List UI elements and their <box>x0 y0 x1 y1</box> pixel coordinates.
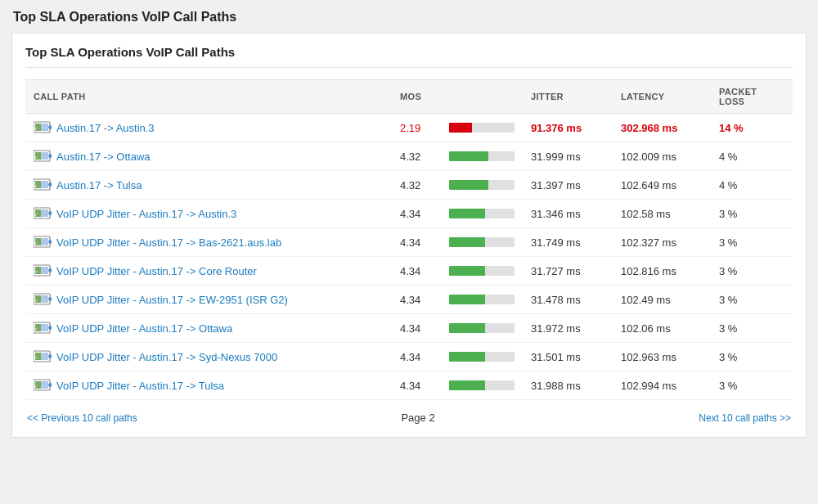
call-path-link[interactable]: VoIP UDP Jitter - Austin.17 -> Core Rout… <box>56 265 257 277</box>
bar-bg <box>449 151 515 161</box>
bar-bg <box>449 380 515 390</box>
table-row: IP VoIP UDP Jitter - Austin.17 -> Tulsa … <box>25 371 793 400</box>
table-row: IP VoIP UDP Jitter - Austin.17 -> Ottawa… <box>25 314 793 343</box>
cell-latency: 102.994 ms <box>613 371 711 400</box>
call-path-link[interactable]: VoIP UDP Jitter - Austin.17 -> Bas-2621.… <box>56 236 281 249</box>
cell-bar <box>441 286 523 314</box>
cell-jitter: 31.999 ms <box>523 142 613 171</box>
latency-value: 302.968 ms <box>621 122 677 134</box>
table-row: IP VoIP UDP Jitter - Austin.17 -> Austin… <box>25 200 793 228</box>
cell-call-path: IP Austin.17 -> Ottawa <box>25 142 392 171</box>
bar-fill <box>449 209 485 218</box>
svg-point-48 <box>49 384 52 387</box>
call-path-link[interactable]: VoIP UDP Jitter - Austin.17 -> EW-2951 (… <box>56 294 288 306</box>
bar-bg <box>449 295 515 304</box>
bar-bg <box>449 323 515 333</box>
cell-jitter: 31.727 ms <box>523 257 613 286</box>
voip-icon: IP <box>34 350 52 363</box>
mos-value: 4.34 <box>400 265 420 277</box>
packet-loss-value: 3 % <box>719 265 737 277</box>
svg-point-13 <box>49 183 52 187</box>
bar-container <box>449 380 515 390</box>
next-link[interactable]: Next 10 call paths >> <box>699 412 791 424</box>
cell-bar <box>441 228 523 257</box>
cell-jitter: 91.376 ms <box>523 114 613 142</box>
jitter-value: 31.749 ms <box>531 236 581 249</box>
cell-bar <box>441 142 523 171</box>
bar-container <box>449 180 515 190</box>
call-path-link[interactable]: Austin.17 -> Tulsa <box>56 179 142 191</box>
outer-container: Top SLA Operations VoIP Call Paths Top S… <box>0 0 818 504</box>
mos-value: 4.34 <box>400 294 420 306</box>
mos-value: 2.19 <box>400 122 420 134</box>
mos-value: 4.34 <box>400 236 420 249</box>
packet-loss-value: 3 % <box>719 351 737 363</box>
jitter-value: 31.988 ms <box>531 380 581 392</box>
latency-value: 102.327 ms <box>621 236 676 249</box>
bar-bg <box>449 352 515 362</box>
pagination-row: << Previous 10 call paths Page 2 Next 10… <box>25 412 793 424</box>
cell-call-path: IP VoIP UDP Jitter - Austin.17 -> EW-295… <box>25 286 392 314</box>
call-path-link[interactable]: Austin.17 -> Ottawa <box>56 151 151 163</box>
col-packet-loss: PACKET LOSS <box>711 80 793 114</box>
svg-text:IP: IP <box>34 356 38 360</box>
cell-mos: 2.19 <box>392 114 441 142</box>
svg-text:IP: IP <box>34 299 38 303</box>
cell-mos: 4.34 <box>392 343 441 371</box>
call-path-link[interactable]: Austin.17 -> Austin.3 <box>56 122 155 134</box>
cell-packet-loss: 4 % <box>711 142 793 171</box>
cell-jitter: 31.397 ms <box>523 171 613 200</box>
svg-text:IP: IP <box>34 155 38 160</box>
cell-packet-loss: 4 % <box>711 171 793 200</box>
packet-loss-value: 3 % <box>719 236 737 249</box>
prev-link[interactable]: << Previous 10 call paths <box>27 412 137 424</box>
cell-call-path: IP VoIP UDP Jitter - Austin.17 -> Ottawa <box>25 314 392 343</box>
svg-point-3 <box>49 126 52 129</box>
cell-call-path: IP VoIP UDP Jitter - Austin.17 -> Core R… <box>25 257 392 286</box>
cell-mos: 4.34 <box>392 371 441 400</box>
voip-icon: IP <box>34 293 52 306</box>
packet-loss-value: 4 % <box>719 179 737 191</box>
call-path-link[interactable]: VoIP UDP Jitter - Austin.17 -> Austin.3 <box>56 208 236 220</box>
table-row: IP VoIP UDP Jitter - Austin.17 -> Syd-Ne… <box>25 343 793 371</box>
cell-bar <box>441 371 523 400</box>
cell-mos: 4.34 <box>392 228 441 257</box>
cell-latency: 102.327 ms <box>613 228 711 257</box>
bar-container <box>449 266 515 276</box>
mos-value: 4.34 <box>400 380 420 392</box>
voip-icon: IP <box>34 150 52 163</box>
jitter-value: 91.376 ms <box>531 122 582 134</box>
cell-latency: 302.968 ms <box>613 114 711 142</box>
mos-value: 4.34 <box>400 322 420 335</box>
bar-bg <box>449 180 515 190</box>
bar-container <box>449 323 515 333</box>
col-jitter: JITTER <box>523 80 613 114</box>
bar-bg <box>449 237 515 247</box>
table-row: IP VoIP UDP Jitter - Austin.17 -> Core R… <box>25 257 793 286</box>
cell-jitter: 31.749 ms <box>523 228 613 257</box>
table-row: IP Austin.17 -> Austin.3 2.19 91.376 ms3… <box>25 114 793 142</box>
latency-value: 102.06 ms <box>621 322 671 335</box>
call-path-link[interactable]: VoIP UDP Jitter - Austin.17 -> Ottawa <box>56 322 232 335</box>
table-row: IP Austin.17 -> Ottawa 4.32 31.999 ms102… <box>25 142 793 171</box>
call-path-link[interactable]: VoIP UDP Jitter - Austin.17 -> Tulsa <box>56 380 224 392</box>
voip-icon: IP <box>34 207 52 220</box>
latency-value: 102.009 ms <box>621 151 676 163</box>
cell-mos: 4.32 <box>392 142 441 171</box>
cell-latency: 102.58 ms <box>613 200 711 228</box>
jitter-value: 31.397 ms <box>531 179 581 191</box>
bar-fill <box>449 180 488 190</box>
svg-text:IP: IP <box>34 270 38 274</box>
cell-mos: 4.34 <box>392 286 441 314</box>
bar-container <box>449 209 515 218</box>
latency-value: 102.816 ms <box>621 265 676 277</box>
latency-value: 102.49 ms <box>621 294 671 306</box>
cell-packet-loss: 14 % <box>711 114 793 142</box>
col-mos: MOS <box>392 80 441 114</box>
call-path-link[interactable]: VoIP UDP Jitter - Austin.17 -> Syd-Nexus… <box>56 351 277 363</box>
bar-fill <box>449 380 485 390</box>
packet-loss-value: 3 % <box>719 208 737 220</box>
svg-text:IP: IP <box>34 385 38 389</box>
jitter-value: 31.727 ms <box>531 265 581 277</box>
latency-value: 102.58 ms <box>621 208 671 220</box>
